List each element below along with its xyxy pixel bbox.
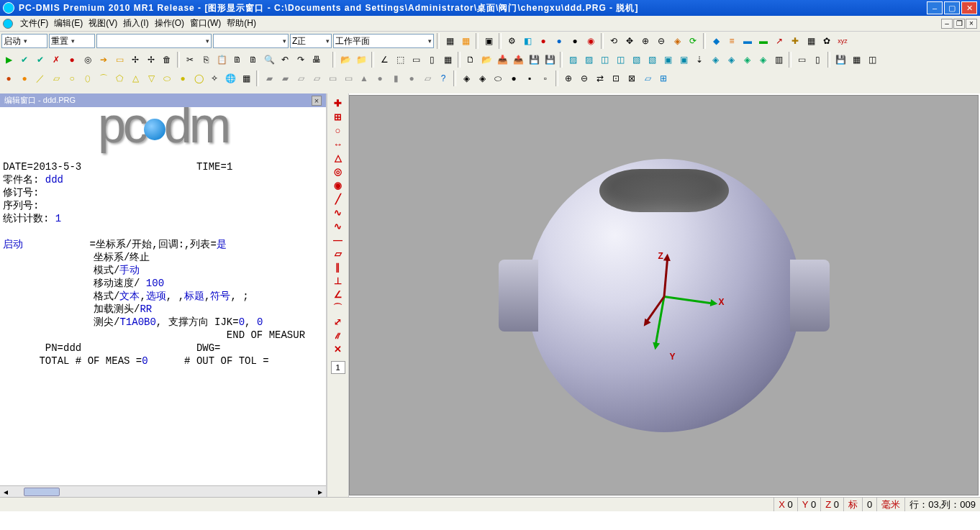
globe-icon[interactable]: 🌐: [223, 71, 237, 86]
box-7-icon[interactable]: ▣: [661, 52, 675, 67]
menu-window[interactable]: 窗口(W): [187, 17, 224, 29]
doc-minimize[interactable]: –: [941, 19, 953, 29]
pane-close-icon[interactable]: ×: [312, 96, 322, 106]
arc-icon[interactable]: ⌒: [96, 71, 111, 86]
gray-cyl-icon[interactable]: ▮: [389, 71, 403, 86]
vt-circle-icon[interactable]: ○: [331, 124, 345, 137]
zoom-in-icon[interactable]: ⊕: [638, 34, 653, 48]
poly-icon[interactable]: ⬠: [112, 71, 127, 86]
doc1-icon[interactable]: 🗎: [230, 52, 245, 67]
vt-rect-icon[interactable]: ▱: [331, 247, 345, 260]
compass-icon[interactable]: ✧: [207, 71, 222, 86]
gray-cone-icon[interactable]: ▲: [357, 71, 371, 86]
gd-disp-icon[interactable]: ⊞: [656, 71, 671, 86]
box-2-icon[interactable]: ▨: [581, 52, 596, 67]
refresh-icon[interactable]: ⟳: [686, 34, 700, 48]
check2-icon[interactable]: ✔: [33, 52, 47, 67]
export-icon[interactable]: 📤: [511, 52, 525, 67]
menu-help[interactable]: 帮助(H): [224, 17, 259, 29]
vp-grid-icon[interactable]: ▦: [849, 52, 863, 67]
vt-arc-icon[interactable]: ⌒: [331, 301, 345, 314]
marker-blue-icon[interactable]: ●: [552, 34, 566, 48]
check1-icon[interactable]: ✔: [17, 52, 32, 67]
save-view-icon[interactable]: 💾: [833, 52, 848, 67]
vp-split-icon[interactable]: ◫: [865, 52, 879, 67]
gray-sphere-icon[interactable]: ●: [404, 71, 419, 86]
close-button[interactable]: ✕: [961, 1, 977, 14]
folder-open-icon[interactable]: 📂: [338, 52, 353, 67]
line-green-icon[interactable]: ▬: [756, 34, 771, 48]
menu-file[interactable]: 文件(F): [17, 17, 51, 29]
grid-icon[interactable]: ▦: [804, 34, 818, 48]
solid-cyl-icon[interactable]: ⬭: [491, 71, 505, 86]
play-icon[interactable]: ▶: [1, 52, 16, 67]
doc-close[interactable]: ×: [966, 19, 977, 29]
copy-icon[interactable]: ⎘: [199, 52, 213, 67]
iso-1-icon[interactable]: ◈: [708, 52, 722, 67]
fit-icon[interactable]: ◈: [670, 34, 684, 48]
redo-icon[interactable]: ↷: [294, 52, 308, 67]
solid-1-icon[interactable]: ◈: [459, 71, 473, 86]
gray-circle-icon[interactable]: ●: [373, 71, 387, 86]
tool-icon-a[interactable]: ▣: [481, 34, 496, 48]
compass2-icon[interactable]: ✢: [144, 52, 158, 67]
box-6-icon[interactable]: ▧: [645, 52, 659, 67]
vt-line-icon[interactable]: —: [331, 233, 345, 246]
gd-2-icon[interactable]: ⊖: [577, 71, 591, 86]
box-1-icon[interactable]: ▨: [566, 52, 580, 67]
edit-hscrollbar[interactable]: ◂ ▸: [0, 485, 326, 497]
iso-3-icon[interactable]: ◈: [740, 52, 754, 67]
graphics-viewport[interactable]: X Y Z: [349, 95, 979, 495]
vt-harrow-icon[interactable]: ↔: [331, 137, 345, 150]
align-layer-icon[interactable]: ≡: [725, 34, 739, 48]
line-blue-icon[interactable]: ▬: [740, 34, 755, 48]
torus-icon[interactable]: ◯: [191, 71, 206, 86]
gray-help-icon[interactable]: ?: [436, 71, 450, 86]
gd-1-icon[interactable]: ⊕: [561, 71, 576, 86]
gd-5-icon[interactable]: ⊠: [625, 71, 639, 86]
combo-reset[interactable]: 重置▾: [49, 34, 95, 48]
combo-workplane[interactable]: 工作平面▾: [333, 34, 434, 48]
gd-4-icon[interactable]: ⊡: [609, 71, 623, 86]
marker-stop-icon[interactable]: ◉: [584, 34, 598, 48]
vt-page-1[interactable]: 1: [331, 361, 345, 374]
dim2-icon[interactable]: ▯: [425, 52, 439, 67]
doc-restore[interactable]: ❐: [953, 19, 965, 29]
open-icon[interactable]: 📂: [479, 52, 494, 67]
vt-angle-icon[interactable]: ∠: [331, 288, 345, 301]
new-icon[interactable]: 🗋: [463, 52, 478, 67]
window-layout-1-icon[interactable]: ▦: [443, 34, 457, 48]
combo-startup[interactable]: 启动▾: [1, 34, 47, 48]
vt-parallel-icon[interactable]: ∥: [331, 260, 345, 273]
vt-wave1-icon[interactable]: ∿: [331, 206, 345, 219]
print-icon[interactable]: 🖶: [309, 52, 324, 67]
iso-4-icon[interactable]: ◈: [756, 52, 770, 67]
compass1-icon[interactable]: ✢: [128, 52, 142, 67]
box-8-icon[interactable]: ▣: [676, 52, 691, 67]
gray-7-icon[interactable]: ▱: [420, 71, 435, 86]
gray-4-icon[interactable]: ▱: [309, 71, 324, 86]
rotate-icon[interactable]: ⟲: [607, 34, 621, 48]
menu-insert[interactable]: 插入(I): [120, 17, 151, 29]
probe-down-icon[interactable]: ⇣: [692, 52, 707, 67]
solid-2-icon[interactable]: ◈: [475, 71, 489, 86]
probe-icon[interactable]: ✚: [788, 34, 802, 48]
menu-view[interactable]: 视图(V): [86, 17, 120, 29]
gray-1-icon[interactable]: ▰: [262, 71, 276, 86]
marker-red-icon[interactable]: ●: [536, 34, 550, 48]
vt-run-icon[interactable]: ⤢: [331, 315, 345, 328]
tools-icon[interactable]: ✿: [820, 34, 834, 48]
save-icon[interactable]: 💾: [527, 52, 541, 67]
marker-black-icon[interactable]: ●: [568, 34, 582, 48]
color-icon[interactable]: ◧: [520, 34, 535, 48]
window-layout-2-icon[interactable]: ▦: [458, 34, 473, 48]
settings-icon[interactable]: ⚙: [504, 34, 519, 48]
saveas-icon[interactable]: 💾: [543, 52, 557, 67]
target-icon[interactable]: ◎: [81, 52, 95, 67]
vp-2-icon[interactable]: ▯: [810, 52, 825, 67]
cone1-icon[interactable]: △: [128, 71, 142, 86]
vt-slash-icon[interactable]: ╱: [331, 192, 345, 205]
undo-icon[interactable]: ↶: [278, 52, 292, 67]
line-icon[interactable]: ／: [33, 71, 47, 86]
vt-perp-icon[interactable]: ⊥: [331, 274, 345, 287]
